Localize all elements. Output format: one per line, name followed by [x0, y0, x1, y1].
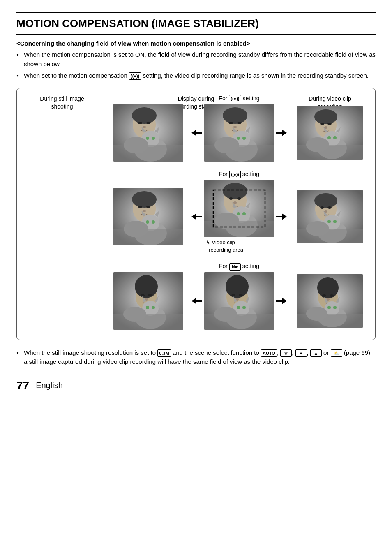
section-subtitle: <Concerning the changing field of view w… — [16, 40, 376, 47]
svg-point-69 — [233, 201, 237, 204]
svg-point-66 — [223, 183, 247, 199]
row3-right-photo — [297, 274, 363, 328]
svg-point-44 — [333, 136, 337, 139]
svg-point-75 — [242, 212, 246, 215]
header-left-label: During still imageshooting — [21, 95, 103, 111]
row-3-images — [107, 272, 371, 330]
svg-point-68 — [237, 197, 241, 200]
row2-right-photo — [297, 190, 363, 243]
svg-point-98 — [135, 275, 158, 298]
svg-point-19 — [223, 107, 247, 124]
row-2-images: ↳ Video clip recording area — [107, 180, 371, 254]
row-3: For N▶ setting — [107, 263, 371, 329]
stabilize-wide-icon: ((●)) — [129, 72, 141, 80]
svg-point-116 — [239, 294, 243, 296]
svg-marker-15 — [191, 130, 202, 136]
row1-arrow-right — [274, 129, 289, 137]
svg-marker-126 — [276, 298, 287, 304]
svg-marker-79 — [276, 213, 287, 220]
svg-point-99 — [141, 294, 145, 296]
row1-left-photo — [113, 104, 183, 162]
svg-point-6 — [143, 126, 146, 128]
svg-point-37 — [327, 123, 332, 125]
svg-point-61 — [124, 221, 148, 237]
auto-icon: AUTO — [261, 349, 277, 357]
svg-point-12 — [152, 137, 155, 140]
svg-point-106 — [146, 306, 149, 309]
bottom-note: When the still image shooting resolution… — [16, 348, 376, 367]
bottom-bullet-1: When the still image shooting resolution… — [16, 348, 376, 367]
svg-point-36 — [320, 123, 324, 125]
page-footer: 77 English — [16, 379, 376, 392]
svg-point-3 — [132, 107, 157, 124]
row3-center-cell — [204, 272, 274, 330]
row3-left-photo — [113, 272, 183, 330]
svg-point-74 — [237, 212, 240, 215]
row3-left-cell — [107, 272, 189, 330]
row2-right-cell — [289, 190, 371, 243]
row3-right-cell — [289, 274, 371, 328]
svg-marker-62 — [191, 213, 202, 220]
row1-right-cell — [289, 106, 371, 160]
svg-rect-60 — [113, 229, 183, 245]
svg-point-20 — [229, 122, 233, 124]
svg-point-114 — [226, 275, 249, 298]
row2-arrow-right — [274, 213, 289, 221]
row1-center-photo — [204, 104, 274, 162]
svg-point-22 — [233, 126, 237, 128]
diagram: During still imageshooting Display durin… — [16, 88, 376, 340]
svg-marker-31 — [276, 130, 287, 136]
svg-point-59 — [152, 220, 155, 224]
svg-point-35 — [314, 109, 337, 124]
svg-point-50 — [132, 191, 157, 208]
svg-point-67 — [229, 197, 233, 200]
svg-point-109 — [123, 307, 146, 322]
row1-center-cell — [204, 104, 274, 162]
svg-point-58 — [146, 220, 149, 224]
svg-point-86 — [324, 210, 327, 213]
bullet-2: When set to the motion compensation ((●)… — [16, 71, 376, 81]
svg-point-84 — [320, 206, 324, 209]
scene3-icon: ▲ — [310, 349, 322, 357]
row2-center-photo — [204, 180, 274, 237]
svg-point-28 — [242, 137, 246, 140]
svg-point-51 — [138, 206, 142, 208]
row-2: For ((●)) setting — [107, 171, 371, 254]
svg-point-11 — [146, 137, 149, 140]
row2-center-wrapper: ↳ Video clip recording area — [204, 180, 274, 254]
setting-label-3: For N▶ setting — [189, 263, 289, 270]
svg-point-21 — [237, 122, 241, 124]
svg-point-92 — [333, 220, 337, 223]
svg-point-46 — [306, 137, 329, 152]
scene2-icon: ● — [295, 349, 307, 357]
svg-point-4 — [138, 122, 142, 124]
row1-right-photo — [297, 106, 363, 160]
row1-arrow-left — [189, 129, 204, 137]
intro-bullets: When the motion compensation is set to O… — [16, 50, 376, 81]
row2-arrow-left — [189, 213, 204, 221]
svg-point-14 — [124, 137, 148, 153]
svg-rect-13 — [113, 145, 183, 162]
bullet-1: When the motion compensation is set to O… — [16, 50, 376, 69]
svg-point-138 — [327, 306, 331, 309]
row-1-images — [107, 104, 371, 162]
svg-point-53 — [143, 210, 146, 212]
svg-point-30 — [214, 137, 239, 153]
svg-point-122 — [237, 306, 240, 309]
svg-point-83 — [314, 193, 337, 208]
svg-point-43 — [327, 136, 331, 139]
svg-point-100 — [148, 294, 152, 296]
svg-point-85 — [327, 206, 332, 209]
svg-point-141 — [306, 307, 327, 321]
svg-point-107 — [152, 306, 155, 309]
svg-point-125 — [214, 307, 237, 322]
svg-rect-76 — [204, 221, 274, 237]
scene4-icon: ⛅ — [331, 349, 342, 357]
row3-arrow-left — [189, 297, 204, 305]
svg-point-139 — [333, 306, 337, 309]
page-number: 77 — [16, 379, 29, 392]
page-title: MOTION COMPENSATION (IMAGE STABILIZER) — [16, 12, 376, 35]
row2-left-photo — [113, 188, 183, 245]
svg-point-123 — [242, 306, 246, 309]
bottom-bullets: When the still image shooting resolution… — [16, 348, 376, 367]
